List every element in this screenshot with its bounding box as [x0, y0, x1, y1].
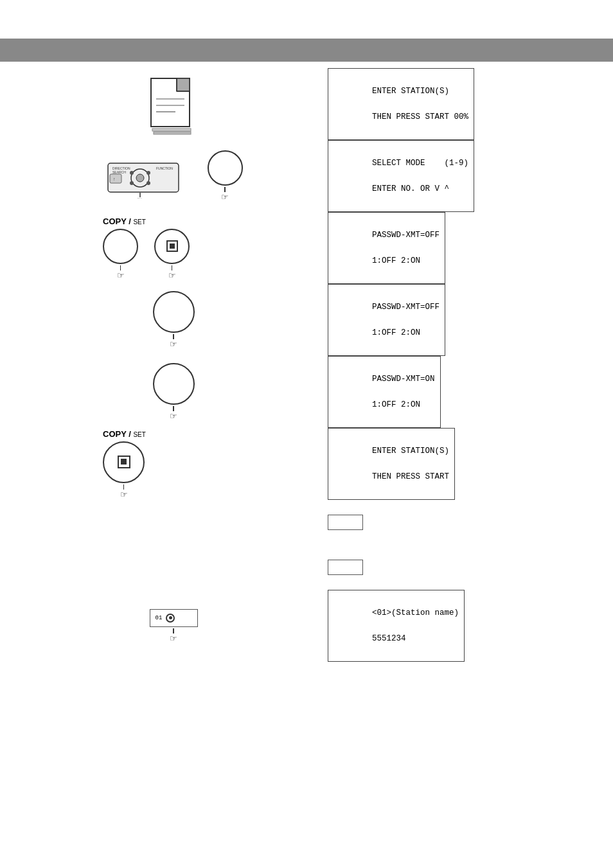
section-circle-5: ☞ PASSWD-XMT=ON 1:OFF 2:ON — [39, 356, 594, 428]
copy-set-label-1: COPY / SET — [103, 217, 146, 226]
dial-number-label: 01 — [155, 615, 163, 621]
dial-dot — [169, 616, 172, 619]
circle-square-btn[interactable]: ☞ — [154, 229, 190, 280]
finger-icon: ☞ — [221, 192, 229, 202]
control-panel-icon: DIRECTION SEARCH FUNCTION ↑ ☞ — [105, 154, 195, 199]
section4-right: PASSWD-XMT=OFF 1:OFF 2:ON — [308, 284, 594, 356]
lcd3-line2: 1:OFF 2:ON — [372, 256, 420, 265]
section8-right — [308, 545, 594, 590]
lcd6-line2: THEN PRESS START — [372, 472, 449, 481]
svg-rect-7 — [152, 128, 191, 131]
finger-icon-4: ☞ — [170, 339, 177, 349]
section4-left: ☞ — [39, 284, 308, 356]
lcd4-line2: 1:OFF 2:ON — [372, 328, 420, 337]
section7-right — [308, 500, 594, 545]
svg-text:☞: ☞ — [137, 196, 143, 199]
svg-text:FUNCTION: FUNCTION — [156, 166, 173, 170]
sections-container: ENTER STATION(S) THEN PRESS START 00% DI… — [0, 62, 613, 668]
header-bar — [0, 39, 613, 62]
cursor-4: ☞ — [170, 334, 177, 349]
lcd-section4: PASSWD-XMT=OFF 1:OFF 2:ON — [328, 284, 445, 356]
section1-left — [39, 68, 308, 140]
lcd2-line1: SELECT MODE (1-9) — [372, 159, 468, 168]
lcd2-line2: ENTER NO. OR V ^ — [372, 184, 449, 193]
section7-left — [39, 500, 308, 545]
circle-btn-4[interactable] — [153, 291, 195, 333]
section3-buttons: ☞ ☞ — [103, 229, 190, 280]
section9-right: <01>(Station name) 5551234 — [308, 590, 594, 662]
set-label-2: SET — [133, 431, 145, 438]
svg-point-17 — [130, 181, 134, 185]
finger-icon-3a: ☞ — [117, 270, 125, 280]
small-rect-2 — [328, 560, 363, 575]
circle-btn-5[interactable] — [153, 363, 195, 405]
svg-point-16 — [147, 171, 150, 175]
plain-circle-4[interactable]: ☞ — [153, 291, 195, 349]
set-label-1: SET — [133, 218, 145, 226]
copy-set-label-2: COPY / SET — [103, 429, 146, 439]
cursor-3a: ☞ — [117, 265, 125, 280]
section1-right: ENTER STATION(S) THEN PRESS START 00% — [308, 68, 594, 140]
svg-rect-8 — [154, 132, 191, 134]
section-copy-set-1: COPY / SET ☞ — [39, 212, 594, 284]
lcd4-line1: PASSWD-XMT=OFF — [372, 303, 440, 312]
section6-left: COPY / SET ☞ — [39, 428, 308, 500]
section-document: ENTER STATION(S) THEN PRESS START 00% — [39, 68, 594, 140]
section-small-rect-2 — [39, 545, 594, 590]
finger-icon-9: ☞ — [170, 633, 177, 643]
svg-text:SEARCH: SEARCH — [112, 170, 126, 174]
lcd3-line1: PASSWD-XMT=OFF — [372, 231, 440, 240]
cursor-6: ☞ — [120, 484, 128, 499]
lcd1-line2: THEN PRESS START 00% — [372, 112, 468, 121]
plain-circle-5[interactable]: ☞ — [153, 363, 195, 421]
square-in-circle-6 — [118, 456, 130, 468]
circle-button-2[interactable]: ☞ — [208, 150, 243, 202]
section-circle-4: ☞ PASSWD-XMT=OFF 1:OFF 2:ON — [39, 284, 594, 356]
lcd5-line1: PASSWD-XMT=ON — [372, 375, 435, 384]
section2-right: SELECT MODE (1-9) ENTER NO. OR V ^ — [308, 140, 594, 212]
lcd-section9: <01>(Station name) 5551234 — [328, 590, 465, 662]
lcd-section2: SELECT MODE (1-9) ENTER NO. OR V ^ — [328, 140, 474, 212]
circle-square-btn-6[interactable]: ☞ — [103, 441, 145, 499]
section9-left: 01 ☞ — [39, 590, 308, 662]
lcd9-line2: 5551234 — [372, 634, 406, 643]
circle-btn-square[interactable] — [154, 229, 190, 264]
cursor-9: ☞ — [170, 628, 177, 643]
circle-btn-plain[interactable] — [103, 229, 138, 264]
svg-rect-19 — [110, 174, 121, 183]
section-station-dial: 01 ☞ <01>(Station name) 5551234 — [39, 590, 594, 662]
finger-icon-5: ☞ — [170, 411, 177, 421]
lcd6-line1: ENTER STATION(S) — [372, 447, 449, 456]
station-dial-wrap[interactable]: 01 ☞ — [150, 609, 198, 643]
svg-point-11 — [136, 174, 144, 182]
document-icon — [145, 72, 202, 136]
section3-right: PASSWD-XMT=OFF 1:OFF 2:ON — [308, 212, 594, 284]
section3-left: COPY / SET ☞ — [39, 212, 308, 284]
section5-left: ☞ — [39, 356, 308, 428]
section-control-panel: DIRECTION SEARCH FUNCTION ↑ ☞ — [39, 140, 594, 212]
lcd1-line1: ENTER STATION(S) — [372, 87, 449, 96]
circle-btn-6[interactable] — [103, 441, 145, 483]
section2-icons: DIRECTION SEARCH FUNCTION ↑ ☞ — [105, 150, 243, 202]
plain-circle-3a[interactable]: ☞ — [103, 229, 138, 280]
section6-right: ENTER STATION(S) THEN PRESS START — [308, 428, 594, 500]
cursor-5: ☞ — [170, 406, 177, 421]
square-in-circle — [166, 240, 178, 252]
finger-icon-3b: ☞ — [168, 270, 176, 280]
section2-left: DIRECTION SEARCH FUNCTION ↑ ☞ — [39, 140, 308, 212]
section5-right: PASSWD-XMT=ON 1:OFF 2:ON — [308, 356, 594, 428]
small-rect-1 — [328, 515, 363, 530]
section8-left — [39, 545, 308, 590]
section-small-rect-1 — [39, 500, 594, 545]
circle-btn-icon[interactable] — [208, 150, 243, 186]
lcd5-line2: 1:OFF 2:ON — [372, 400, 420, 409]
lcd-section6: ENTER STATION(S) THEN PRESS START — [328, 428, 455, 500]
svg-text:↑: ↑ — [113, 177, 116, 181]
svg-marker-1 — [177, 78, 190, 91]
finger-icon-6: ☞ — [120, 490, 128, 499]
lcd-section1: ENTER STATION(S) THEN PRESS START 00% — [328, 68, 474, 140]
cursor-3b: ☞ — [168, 265, 176, 280]
station-dial-box[interactable]: 01 — [150, 609, 198, 627]
lcd-section5: PASSWD-XMT=ON 1:OFF 2:ON — [328, 356, 441, 428]
cursor-tail: ☞ — [221, 187, 229, 202]
